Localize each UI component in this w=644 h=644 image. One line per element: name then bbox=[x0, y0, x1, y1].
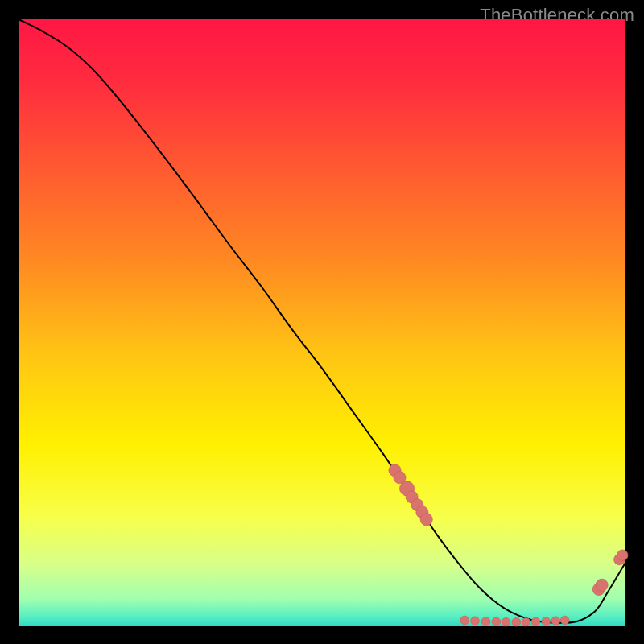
data-marker bbox=[560, 616, 569, 625]
data-marker bbox=[617, 550, 628, 561]
data-marker bbox=[512, 617, 521, 626]
curve-line bbox=[19, 19, 625, 623]
data-marker bbox=[531, 617, 540, 626]
data-marker bbox=[492, 617, 501, 626]
chart-container: TheBottleneck.com bbox=[0, 0, 644, 644]
data-marker bbox=[471, 617, 480, 625]
data-marker bbox=[460, 616, 469, 625]
plot-area bbox=[19, 19, 625, 626]
data-marker bbox=[551, 617, 560, 625]
data-marker bbox=[542, 617, 551, 626]
data-marker bbox=[502, 617, 510, 626]
data-marker bbox=[420, 514, 432, 526]
data-marker bbox=[522, 617, 530, 626]
data-marker bbox=[481, 617, 490, 626]
chart-svg bbox=[19, 19, 625, 626]
data-marker bbox=[596, 579, 608, 591]
marker-group bbox=[389, 464, 628, 626]
